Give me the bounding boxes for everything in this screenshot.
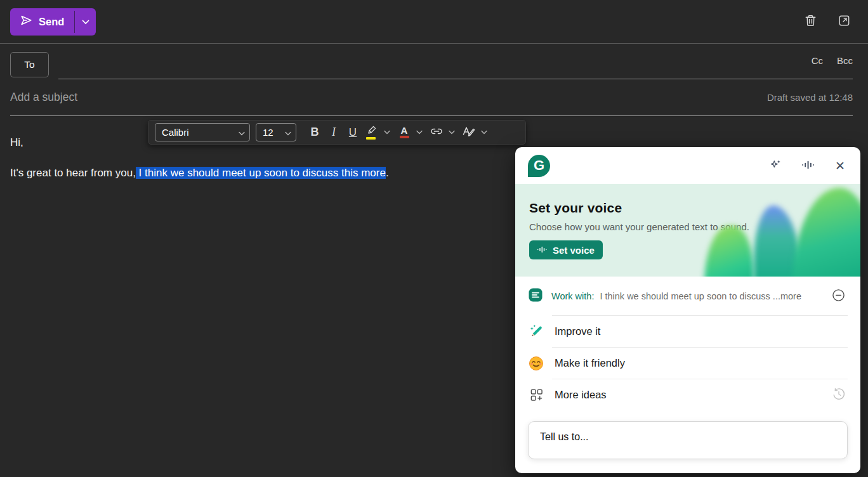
grammarly-logo[interactable]: G — [528, 155, 550, 177]
body-line: It's great to hear from you, I think we … — [10, 166, 505, 180]
body-text: It's great to hear from you, — [10, 167, 136, 179]
smiley-icon — [528, 356, 544, 371]
font-family-value: Calibri — [162, 127, 189, 138]
collapse-selection-button[interactable] — [829, 286, 848, 306]
voice-button[interactable] — [799, 157, 818, 174]
history-button[interactable] — [830, 385, 848, 405]
grammarly-header-icons: ✕ — [766, 155, 848, 176]
bold-icon: B — [311, 126, 319, 139]
prompt-placeholder: Tell us to... — [540, 431, 588, 442]
banner-gradient-decoration — [704, 226, 754, 277]
to-input[interactable]: Cc Bcc — [58, 44, 853, 79]
more-ideas-grid-icon — [528, 388, 544, 402]
to-button[interactable]: To — [10, 52, 49, 77]
format-toolbar: Calibri 12 B I U A — [148, 120, 526, 145]
font-color-icon: A — [400, 126, 409, 138]
italic-icon: I — [332, 126, 336, 139]
voice-waveform-icon — [802, 160, 815, 172]
action-more-ideas[interactable]: More ideas — [515, 379, 860, 410]
link-chevron[interactable] — [446, 123, 457, 142]
highlight-color-button[interactable] — [362, 123, 381, 142]
minus-circle-icon — [832, 289, 845, 304]
format-pen-icon — [462, 126, 476, 139]
subject-input[interactable]: Add a subject — [10, 91, 77, 104]
action-make-it-friendly[interactable]: Make it friendly — [515, 348, 860, 379]
action-label: More ideas — [555, 389, 830, 401]
compose-window: Send To Cc — [0, 0, 868, 477]
highlighter-icon — [366, 125, 378, 140]
font-color-button[interactable]: A — [395, 123, 414, 142]
pencil-sparkle-icon — [528, 323, 544, 339]
voice-waveform-icon — [537, 245, 548, 256]
highlight-color-chevron[interactable] — [381, 123, 392, 142]
recipients-row: To Cc Bcc — [0, 44, 868, 79]
set-voice-button[interactable]: Set voice — [529, 240, 603, 259]
send-options-chevron[interactable] — [75, 8, 96, 36]
insert-link-button[interactable] — [427, 123, 446, 142]
send-button-label: Send — [39, 16, 64, 28]
sparkle-icon — [769, 158, 782, 173]
subject-row: Add a subject Draft saved at 12:48 — [10, 79, 853, 116]
selection-icon — [528, 287, 543, 305]
history-clock-icon — [832, 388, 845, 402]
suggestions-button[interactable] — [766, 155, 785, 176]
work-with-row[interactable]: Work with: I think we should meet up soo… — [515, 277, 860, 315]
send-button[interactable]: Send — [10, 8, 74, 36]
action-improve-it[interactable]: Improve it — [515, 316, 860, 347]
work-with-text: I think we should meet up soon to discus… — [600, 291, 829, 301]
close-icon: ✕ — [835, 160, 845, 172]
send-icon — [19, 13, 33, 30]
chevron-down-icon — [285, 127, 291, 138]
cc-button[interactable]: Cc — [812, 55, 823, 66]
action-label: Improve it — [555, 325, 848, 337]
trash-icon — [803, 13, 818, 30]
bold-button[interactable]: B — [305, 123, 324, 142]
selected-text: I think we should meet up soon to discus… — [136, 167, 386, 179]
more-formatting-button[interactable] — [459, 123, 478, 142]
action-label: Make it friendly — [555, 357, 848, 369]
font-color-chevron[interactable] — [414, 123, 424, 142]
underline-button[interactable]: U — [343, 123, 362, 142]
open-in-new-window-button[interactable] — [834, 11, 854, 32]
highlight-swatch — [366, 137, 376, 140]
set-voice-button-label: Set voice — [553, 245, 595, 256]
body-text-suffix: . — [386, 167, 389, 179]
set-voice-banner: Set your voice Choose how you want your … — [515, 184, 860, 277]
grammarly-header: G ✕ — [515, 147, 860, 184]
open-in-new-window-icon — [837, 13, 852, 30]
bcc-button[interactable]: Bcc — [837, 55, 853, 66]
compose-toolbar: Send — [0, 0, 868, 44]
close-button[interactable]: ✕ — [832, 157, 848, 174]
discard-draft-button[interactable] — [801, 11, 820, 32]
grammarly-panel: G ✕ Set your v — [515, 147, 860, 473]
draft-saved-status: Draft saved at 12:48 — [767, 92, 853, 103]
underline-icon: U — [349, 126, 357, 139]
link-icon — [430, 127, 444, 138]
font-color-swatch — [400, 136, 409, 138]
prompt-input[interactable]: Tell us to... — [528, 421, 848, 459]
chevron-down-icon — [239, 127, 245, 138]
font-size-value: 12 — [263, 127, 273, 138]
send-split-button[interactable]: Send — [10, 8, 96, 36]
compose-toolbar-right — [801, 11, 854, 32]
more-formatting-chevron[interactable] — [478, 123, 489, 142]
italic-button[interactable]: I — [324, 123, 343, 142]
font-family-select[interactable]: Calibri — [155, 123, 250, 141]
font-size-select[interactable]: 12 — [256, 123, 296, 141]
chevron-down-icon — [82, 16, 89, 27]
work-with-label: Work with: — [551, 291, 594, 301]
